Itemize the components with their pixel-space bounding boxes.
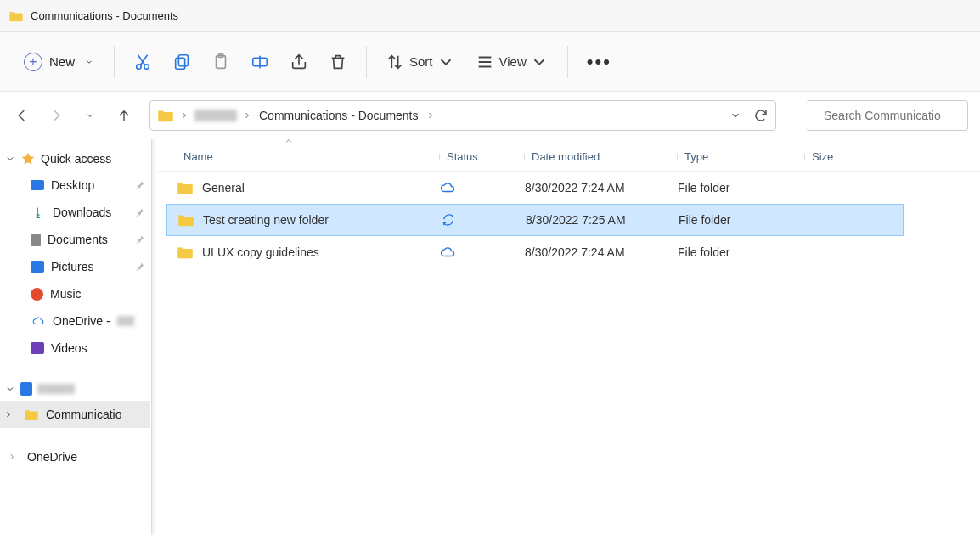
sidebar-item-desktop[interactable]: Desktop [0,172,150,199]
sidebar-item-music[interactable]: Music [0,280,150,307]
overflow-button[interactable]: ••• [577,45,622,79]
pin-icon [135,207,145,217]
column-header-size[interactable]: Size [805,150,980,163]
rename-button[interactable] [240,45,279,79]
cloud-icon [440,245,455,260]
breadcrumb-redacted[interactable] [194,110,237,121]
pin-icon [135,180,145,190]
chevron-right-icon [7,452,17,462]
search-box[interactable] [807,100,968,131]
sidebar-item-label: Documents [48,233,108,246]
sort-button[interactable]: Sort [375,45,465,79]
overflow-icon: ••• [587,51,611,73]
building-icon [20,382,32,396]
file-rows: General 8/30/2022 7:24 AM File folder Te… [156,172,980,268]
delete-button[interactable] [318,45,358,79]
column-header-date[interactable]: Date modified [525,150,678,163]
refresh-icon[interactable] [753,108,769,123]
sync-icon [441,212,456,228]
sidebar-item-label: Videos [51,341,87,355]
sidebar-item-label: Downloads [53,206,111,219]
trash-icon [329,53,347,71]
address-bar[interactable]: Communications - Documents [149,100,776,131]
cut-icon [133,53,152,71]
nav-row: Communications - Documents [0,92,980,139]
pin-icon [135,262,145,272]
copy-button[interactable] [162,45,201,79]
pictures-icon [31,261,44,273]
sidebar-item-downloads[interactable]: ⭳ Downloads [0,199,150,226]
search-input[interactable] [824,109,972,122]
file-date: 8/30/2022 7:24 AM [525,245,678,259]
table-row[interactable]: Test creating new folder 8/30/2022 7:25 … [166,204,904,236]
sidebar-item-documents[interactable]: Documents [0,226,150,253]
paste-button[interactable] [201,45,240,79]
file-name: UI UX copy guidelines [202,245,319,259]
sidebar-header-quick-access[interactable]: Quick access [0,146,150,172]
chevron-down-icon[interactable] [729,110,741,121]
share-icon [290,53,308,71]
column-header-status[interactable]: Status [440,150,525,163]
file-type: File folder [678,245,805,259]
file-type: File folder [679,213,806,227]
table-row[interactable]: General 8/30/2022 7:24 AM File folder [156,172,980,204]
column-header-row: Name Status Date modified Type Size [156,143,980,172]
cloud-icon [31,315,46,327]
sidebar-header-group2[interactable] [0,377,150,401]
sidebar-group-3: OneDrive [0,443,150,470]
toolbar-separator [114,46,115,78]
arrow-left-icon [14,108,30,123]
chevron-down-icon [530,53,549,71]
main: Quick access Desktop ⭳ Downloads Documen… [0,139,980,535]
file-date: 8/30/2022 7:24 AM [525,181,678,194]
chevron-down-icon [5,384,15,394]
view-icon [476,53,494,71]
table-row[interactable]: UI UX copy guidelines 8/30/2022 7:24 AM … [156,236,980,268]
arrow-right-icon [48,108,64,123]
breadcrumb-current[interactable]: Communications - Documents [257,109,420,122]
view-button-label: View [499,54,527,69]
chevron-down-icon [436,53,455,71]
file-name: General [202,181,245,194]
forward-button[interactable] [46,105,66,126]
chevron-down-icon [85,110,95,121]
sidebar-item-label: Music [50,287,82,301]
sort-button-label: Sort [409,54,433,69]
sidebar-item-onedrive-2[interactable]: OneDrive [0,443,150,470]
cut-button[interactable] [123,45,162,79]
new-button-label: New [49,54,75,69]
column-header-label: Name [183,150,213,163]
new-button[interactable]: + New [12,45,105,79]
sidebar-item-pictures[interactable]: Pictures [0,253,150,280]
column-header-label: Type [684,150,708,163]
view-button[interactable]: View [465,45,559,79]
sidebar-group-quick-access: Quick access Desktop ⭳ Downloads Documen… [0,146,150,362]
back-button[interactable] [12,105,32,126]
file-name: Test creating new folder [203,213,329,227]
cloud-icon [440,180,455,195]
desktop-icon [31,180,44,190]
document-icon [31,234,41,246]
column-header-name[interactable]: Name [177,150,440,163]
sidebar: Quick access Desktop ⭳ Downloads Documen… [0,139,151,535]
sidebar-item-communications[interactable]: Communicatio [0,401,150,428]
share-button[interactable] [279,45,318,79]
up-button[interactable] [114,105,134,126]
toolbar-separator [567,46,568,78]
sidebar-item-videos[interactable]: Videos [0,335,150,362]
file-date: 8/30/2022 7:25 AM [526,213,679,227]
title-bar: Communications - Documents [0,0,980,32]
column-header-label: Size [812,150,833,163]
column-header-type[interactable]: Type [678,150,805,163]
sidebar-group-2: Communicatio [0,377,150,428]
download-icon: ⭳ [31,206,46,219]
copy-icon [172,53,191,71]
file-type: File folder [678,181,805,194]
sidebar-item-label: OneDrive - [53,314,110,328]
recent-locations-button[interactable] [80,105,100,126]
folder-icon [8,10,24,22]
folder-icon [24,408,39,420]
sidebar-item-onedrive[interactable]: OneDrive - [0,307,150,335]
folder-icon [157,109,174,122]
plus-icon: + [24,53,42,71]
